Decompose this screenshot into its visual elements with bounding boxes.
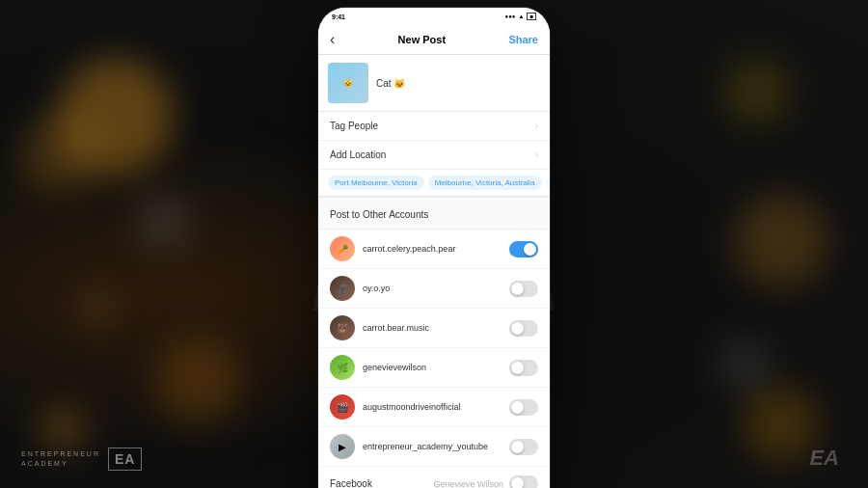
location-pill-1[interactable]: Port Melbourne, Victoria	[328, 176, 424, 190]
facebook-row[interactable]: Facebook Genevieve Wilson	[318, 467, 550, 488]
status-icons: ●●● ▲ ■	[505, 13, 536, 20]
signal-icon: ●●●	[505, 14, 516, 19]
location-pill-3[interactable]: Por...	[546, 176, 550, 190]
location-pills: Port Melbourne, Victoria Melbourne, Vict…	[318, 170, 550, 197]
account-row-acc1[interactable]: 🥕carrot.celery.peach.pear	[318, 230, 550, 269]
facebook-username: Genevieve Wilson	[433, 479, 503, 489]
account-row-acc3[interactable]: 🐻carrot.bear.music	[318, 309, 550, 348]
status-bar: 9:41 ●●● ▲ ■	[318, 8, 550, 25]
page-title: New Post	[398, 34, 447, 45]
tag-people-chevron: ›	[535, 121, 538, 131]
account-name-acc1: carrot.celery.peach.pear	[363, 244, 502, 254]
accounts-list: 🥕carrot.celery.peach.pear🎵oy.o.yo🐻carrot…	[318, 230, 550, 467]
account-toggle-acc4[interactable]	[509, 360, 538, 376]
post-to-other-header: Post to Other Accounts	[318, 197, 550, 230]
location-pill-2[interactable]: Melbourne, Victoria, Australia	[428, 176, 542, 190]
account-avatar-acc2: 🎵	[330, 276, 355, 301]
ea-logo-box: EA	[108, 447, 142, 471]
facebook-toggle[interactable]	[509, 475, 538, 488]
account-toggle-acc1[interactable]	[509, 241, 538, 258]
academy-label: ACADEMY	[21, 459, 100, 469]
account-avatar-acc4: 🌿	[330, 355, 355, 380]
account-toggle-acc3[interactable]	[509, 320, 538, 337]
account-name-acc2: oy.o.yo	[363, 284, 502, 293]
bottom-right-ea: EA	[809, 446, 839, 471]
academy-text-block: ENTREPRENEUR ACADEMY	[21, 449, 100, 469]
add-location-label: Add Location	[330, 149, 386, 160]
wifi-icon: ▲	[518, 14, 524, 19]
add-location-row[interactable]: Add Location ›	[318, 141, 550, 170]
account-row-acc4[interactable]: 🌿genevievewilson	[318, 348, 550, 388]
account-toggle-acc6[interactable]	[509, 439, 538, 455]
account-toggle-acc2[interactable]	[509, 281, 538, 297]
account-avatar-acc6: ▶	[330, 434, 355, 459]
tag-people-row[interactable]: Tag People ›	[318, 112, 550, 141]
entrepreneur-label: ENTREPRENEUR	[21, 449, 100, 459]
add-location-chevron: ›	[535, 149, 538, 160]
post-thumbnail: 🐱	[328, 63, 368, 103]
account-avatar-acc5: 🎬	[330, 394, 355, 420]
status-time: 9:41	[332, 14, 345, 20]
account-name-acc4: genevievewilson	[363, 363, 502, 372]
post-to-other-label: Post to Other Accounts	[330, 209, 428, 220]
nav-header: ‹ New Post Share	[318, 25, 550, 55]
account-row-acc5[interactable]: 🎬augustmoondriveinofficial	[318, 388, 550, 427]
facebook-label: Facebook	[330, 478, 372, 488]
back-button[interactable]: ‹	[330, 31, 335, 48]
account-toggle-acc5[interactable]	[509, 399, 538, 416]
phone: 9:41 ●●● ▲ ■ ‹ New Post Share 🐱 Cat 🐱 Ta…	[318, 8, 550, 488]
account-avatar-acc3: 🐻	[330, 315, 355, 340]
cat-emoji: 🐱	[343, 79, 353, 88]
post-caption[interactable]: Cat 🐱	[376, 78, 405, 89]
account-avatar-acc1: 🥕	[330, 236, 355, 261]
bottom-logo: ENTREPRENEUR ACADEMY EA	[21, 447, 142, 471]
phone-wrapper: 9:41 ●●● ▲ ■ ‹ New Post Share 🐱 Cat 🐱 Ta…	[318, 0, 550, 488]
post-preview: 🐱 Cat 🐱	[318, 55, 550, 112]
account-row-acc2[interactable]: 🎵oy.o.yo	[318, 269, 550, 309]
battery-icon: ■	[527, 13, 536, 20]
account-name-acc3: carrot.bear.music	[363, 323, 502, 333]
tag-people-label: Tag People	[330, 121, 378, 131]
account-name-acc6: entrepreneur_academy_youtube	[363, 442, 502, 451]
account-row-acc6[interactable]: ▶entrepreneur_academy_youtube	[318, 427, 550, 467]
account-name-acc5: augustmoondriveinofficial	[363, 402, 502, 412]
facebook-right: Genevieve Wilson	[433, 475, 538, 488]
share-button[interactable]: Share	[508, 34, 538, 45]
